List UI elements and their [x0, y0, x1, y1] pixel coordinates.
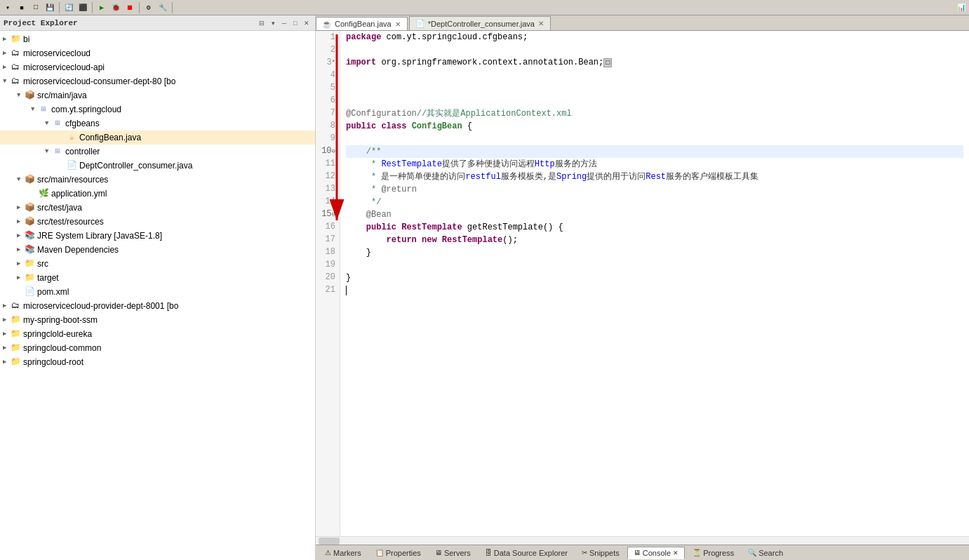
toolbar-perspective[interactable]: 📊 — [955, 1, 968, 14]
bottom-tab-properties[interactable]: 📋 Properties — [369, 547, 427, 559]
res-folder-icon: 📦 — [24, 174, 35, 185]
bottom-tab-snippets[interactable]: ✂ Snippets — [575, 547, 626, 559]
code-editor[interactable]: 1 2 3* 4 5 6 7 8 9 10⊖ 11 12 13 14 — [316, 31, 969, 536]
tree-arrow-jre[interactable]: ▶ — [17, 229, 24, 242]
tree-arrow-smj[interactable]: ▼ — [17, 89, 24, 102]
tree-arrow-api[interactable]: ▶ — [3, 61, 10, 74]
tree-item-cfgbeans[interactable]: ▼ ⊞ cfgbeans — [0, 116, 315, 131]
tree-arrow-ctrl[interactable]: ▼ — [45, 145, 52, 158]
tree-item-application-yml[interactable]: 🌿 application.yml — [0, 187, 315, 201]
tab-close-configbean[interactable]: ✕ — [394, 20, 401, 28]
console-icon: 🖥 — [634, 549, 641, 556]
tree-arrow-root[interactable]: ▶ — [3, 356, 10, 368]
java-file-icon: ☕ — [66, 132, 77, 143]
tree-item-src-main-res[interactable]: ▼ 📦 src/main/resources — [0, 173, 315, 187]
tree-item-root[interactable]: ▶ 📁 springcloud-root — [0, 355, 315, 369]
toolbar-btn-10[interactable]: 🔧 — [156, 1, 169, 14]
tree-item-jre[interactable]: ▶ 📚 JRE System Library [JavaSE-1.8] — [0, 229, 315, 243]
tree-item-microservicecloud-api[interactable]: ▶ 🗂 microservicecloud-api — [0, 60, 315, 74]
folder-icon: 📁 — [10, 34, 21, 45]
tree-arrow-ssm[interactable]: ▶ — [3, 314, 10, 326]
package-icon: ⊞ — [38, 104, 49, 115]
tree-item-microservicecloud[interactable]: ▶ 🗂 microservicecloud — [0, 46, 315, 60]
h-scrollbar[interactable] — [316, 536, 969, 545]
code-line-20: } — [346, 272, 963, 284]
maven-icon: 📚 — [24, 244, 35, 255]
tree-item-src-main-java[interactable]: ▼ 📦 src/main/java — [0, 88, 315, 102]
tree-item-controller[interactable]: ▼ ⊞ controller — [0, 145, 315, 159]
tree-item-bi[interactable]: ▶ 📁 bi — [0, 32, 315, 46]
tree-arrow-str[interactable]: ▶ — [17, 215, 24, 228]
bottom-tab-markers-label: Markers — [333, 549, 361, 557]
bottom-tab-servers[interactable]: 🖥 Servers — [429, 547, 477, 559]
sidebar-maximize[interactable]: □ — [290, 18, 300, 28]
tree-label-dept: DeptController_consumer.java — [79, 159, 192, 172]
tree-arrow-src[interactable]: ▶ — [17, 258, 24, 270]
tree-item-package-root[interactable]: ▼ ⊞ com.yt.springcloud — [0, 102, 315, 116]
tree-arrow-bi[interactable]: ▶ — [3, 33, 10, 46]
code-line-8: public class ConfigBean { — [346, 120, 963, 133]
code-editor-wrapper: 1 2 3* 4 5 6 7 8 9 10⊖ 11 12 13 14 — [316, 31, 969, 536]
tree-item-src-test-res[interactable]: ▶ 📦 src/test/resources — [0, 215, 315, 229]
bottom-tab-search[interactable]: 🔍 Search — [742, 547, 789, 559]
editor-tab-bar: ☕ ConfigBean.java ✕ 📄 *DeptController_co… — [316, 15, 969, 31]
sidebar-collapse-all[interactable]: ⊟ — [257, 18, 267, 28]
link-http[interactable]: Http — [535, 159, 555, 169]
sidebar-minimize[interactable]: ─ — [279, 18, 289, 28]
ln-3: 3* — [320, 56, 335, 69]
toolbar-btn-2[interactable]: ◾ — [15, 1, 28, 14]
bottom-tab-datasource[interactable]: 🗄 Data Source Explorer — [479, 547, 574, 559]
tree-item-configbean[interactable]: ☕ ConfigBean.java — [0, 131, 315, 145]
package-icon-cfg: ⊞ — [52, 118, 63, 129]
toolbar-btn-9[interactable]: ⚙ — [142, 1, 155, 14]
tree-arrow-cfg[interactable]: ▼ — [45, 117, 52, 130]
tree-item-ssm[interactable]: ▶ 📁 my-spring-boot-ssm — [0, 313, 315, 327]
tree-label-jre: JRE System Library [JavaSE-1.8] — [37, 229, 162, 242]
tree-item-consumer-80[interactable]: ▼ 🗂 microservicecloud-consumer-dept-80 [… — [0, 74, 315, 88]
tree-arrow-stj[interactable]: ▶ — [17, 201, 24, 214]
bottom-tab-console-label: Console — [643, 549, 671, 557]
tree-item-eureka[interactable]: ▶ 📁 springclold-eureka — [0, 327, 315, 341]
tab-label-deptcontroller: *DeptController_consumer.java — [428, 20, 535, 28]
bottom-tab-console[interactable]: 🖥 Console ✕ — [627, 547, 685, 559]
tree-item-deptcontroller[interactable]: 📄 DeptController_consumer.java — [0, 159, 315, 173]
bottom-tab-markers[interactable]: ⚠ Markers — [319, 547, 368, 559]
tree-arrow-target[interactable]: ▶ — [17, 272, 24, 284]
tree-arrow-prov[interactable]: ▶ — [3, 300, 10, 312]
tree-item-src[interactable]: ▶ 📁 src — [0, 257, 315, 271]
toolbar-btn-3[interactable]: □ — [29, 1, 42, 14]
toolbar-btn-1[interactable]: ▾ — [1, 1, 14, 14]
tab-deptcontroller[interactable]: 📄 *DeptController_consumer.java ✕ — [409, 16, 551, 30]
tree-arrow-maven[interactable]: ▶ — [17, 244, 24, 256]
progress-icon: ⏳ — [693, 549, 701, 556]
tree-item-src-test-java[interactable]: ▶ 📦 src/test/java — [0, 201, 315, 215]
tree-item-pom[interactable]: 📄 pom.xml — [0, 285, 315, 299]
tree-arrow-consumer[interactable]: ▼ — [3, 75, 10, 88]
tree-item-target[interactable]: ▶ 📁 target — [0, 271, 315, 285]
test-res-icon: 📦 — [24, 216, 35, 227]
toolbar-btn-save[interactable]: 💾 — [44, 1, 56, 14]
sep-1 — [59, 2, 60, 13]
tab-configbean[interactable]: ☕ ConfigBean.java ✕ — [316, 17, 408, 31]
tree-arrow-pkg[interactable]: ▼ — [31, 103, 38, 116]
toolbar-run[interactable]: ▶ — [95, 1, 108, 14]
tree-arrow-common[interactable]: ▶ — [3, 342, 10, 354]
link-resttemplate[interactable]: RestTemplate — [381, 159, 441, 169]
tree-item-common[interactable]: ▶ 📁 springcloud-common — [0, 341, 315, 355]
toolbar-btn-5[interactable]: 🔄 — [62, 1, 75, 14]
test-src-icon: 📦 — [24, 202, 35, 213]
tree-item-provider-8001[interactable]: ▶ 🗂 microservicecloud-provider-dept-8001… — [0, 299, 315, 313]
tree-arrow-msc[interactable]: ▶ — [3, 47, 10, 60]
tree-item-maven[interactable]: ▶ 📚 Maven Dependencies — [0, 243, 315, 257]
bottom-tab-progress[interactable]: ⏳ Progress — [686, 547, 740, 559]
toolbar-stop[interactable]: ⏹ — [123, 1, 136, 14]
tab-close-deptcontroller[interactable]: ✕ — [537, 20, 544, 27]
sidebar-close[interactable]: ✕ — [302, 18, 312, 28]
code-content[interactable]: package com.yt.springcloud.cfgbeans; imp… — [340, 31, 969, 536]
tree-arrow-smr[interactable]: ▼ — [17, 173, 24, 186]
console-close[interactable]: ✕ — [673, 549, 679, 556]
sidebar-menu[interactable]: ▾ — [268, 18, 278, 28]
toolbar-btn-6[interactable]: ⬛ — [76, 1, 89, 14]
toolbar-debug[interactable]: 🐞 — [109, 1, 122, 14]
tree-arrow-eureka[interactable]: ▶ — [3, 328, 10, 340]
